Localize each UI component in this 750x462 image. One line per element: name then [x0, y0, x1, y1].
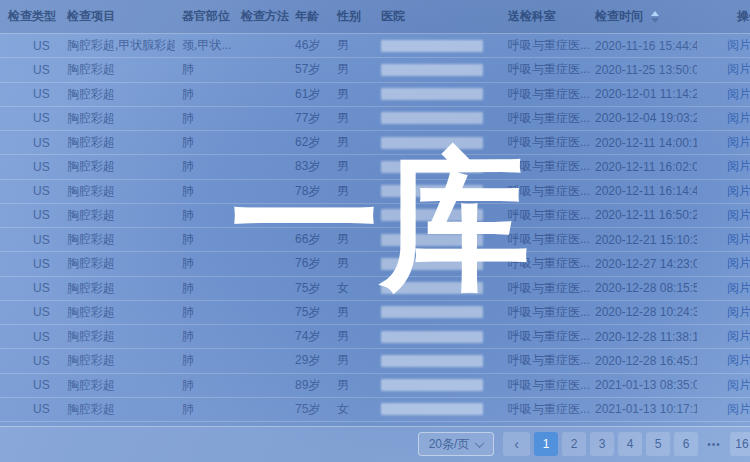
redacted-hospital-block [381, 64, 483, 76]
cell-age: 46岁 [290, 34, 332, 57]
page-number-button[interactable]: 5 [646, 432, 670, 456]
table-row: US 胸腔彩超 肺 74岁 男 呼吸与重症医... 2020-12-28 11:… [0, 325, 750, 349]
cell-gender: 男 [332, 252, 374, 275]
sort-asc-icon[interactable] [651, 11, 659, 16]
view-images-link[interactable]: 阅片 [727, 231, 750, 248]
col-header-exam-time[interactable]: 检查时间 [590, 8, 697, 25]
pager-pages: 1 2 3 4 5 6 ••• 16 [534, 432, 750, 456]
view-images-link[interactable]: 阅片 [727, 280, 750, 297]
redacted-hospital-block [381, 137, 483, 149]
redacted-hospital-block [381, 258, 483, 270]
cell-exam-time: 2020-12-11 16:14:49 [590, 180, 697, 203]
sort-desc-icon[interactable] [651, 18, 659, 23]
cell-hospital [374, 349, 502, 372]
cell-exam-time: 2020-12-27 14:23:04 [590, 252, 697, 275]
cell-hospital [374, 34, 502, 57]
cell-exam-item: 胸腔彩超 [57, 204, 175, 227]
cell-exam-time: 2020-12-04 19:03:24 [590, 107, 697, 130]
view-images-link[interactable]: 阅片 [727, 134, 750, 151]
cell-organ: 肺 [175, 277, 232, 300]
cell-gender: 男 [332, 301, 374, 324]
cell-exam-type: US [0, 374, 57, 397]
cell-exam-type: US [0, 204, 57, 227]
view-images-link[interactable]: 阅片 [727, 86, 750, 103]
table-row: US 胸腔彩超 肺 89岁 男 呼吸与重症医... 2021-01-13 08:… [0, 374, 750, 398]
page-number-button[interactable]: 1 [534, 432, 558, 456]
view-images-link[interactable]: 阅片 [727, 255, 750, 272]
cell-organ: 肺 [175, 349, 232, 372]
view-images-link[interactable]: 阅片 [727, 304, 750, 321]
col-header-gender: 性别 [332, 8, 374, 25]
redacted-hospital-block [381, 40, 483, 52]
cell-exam-time: 2020-12-11 16:02:05 [590, 155, 697, 178]
cell-organ: 肺 [175, 83, 232, 106]
cell-exam-item: 胸腔彩超 [57, 374, 175, 397]
cell-gender: 男 [332, 58, 374, 81]
page-number-button[interactable]: 4 [618, 432, 642, 456]
table-row: US 胸腔彩超 肺 76岁 女 呼吸与重症医... 2020-12-11 16:… [0, 204, 750, 228]
sort-carets[interactable] [651, 11, 659, 23]
cell-age: 62岁 [290, 131, 332, 154]
cell-age: 78岁 [290, 180, 332, 203]
page-number-button[interactable]: 16 [730, 432, 750, 456]
page-number-button[interactable]: 2 [562, 432, 586, 456]
view-images-link[interactable]: 阅片 [727, 110, 750, 127]
cell-method [232, 83, 290, 106]
page-number-button[interactable]: 3 [590, 432, 614, 456]
cell-age: 76岁 [290, 204, 332, 227]
view-images-link[interactable]: 阅片 [727, 352, 750, 369]
cell-age: 76岁 [290, 252, 332, 275]
cell-actions: 阅片 [697, 252, 750, 275]
cell-organ: 肺 [175, 301, 232, 324]
page-size-select[interactable]: 20条/页 [418, 432, 494, 456]
cell-hospital [374, 228, 502, 251]
chevron-down-icon [475, 438, 485, 448]
cell-hospital [374, 325, 502, 348]
cell-department: 呼吸与重症医... [502, 107, 590, 130]
view-images-link[interactable]: 阅片 [727, 377, 750, 394]
view-images-link[interactable]: 阅片 [727, 61, 750, 78]
cell-exam-time: 2020-11-16 15:44:49 [590, 34, 697, 57]
cell-gender: 男 [332, 325, 374, 348]
cell-method [232, 374, 290, 397]
cell-exam-item: 胸腔彩超 [57, 83, 175, 106]
view-images-link[interactable]: 阅片 [727, 401, 750, 418]
cell-department: 呼吸与重症医... [502, 228, 590, 251]
view-images-link[interactable]: 阅片 [727, 328, 750, 345]
cell-exam-type: US [0, 180, 57, 203]
table-row: US 胸腔彩超 肺 29岁 男 呼吸与重症医... 2020-12-28 16:… [0, 349, 750, 373]
cell-actions: 阅片 [697, 180, 750, 203]
view-images-link[interactable]: 阅片 [727, 183, 750, 200]
cell-exam-type: US [0, 398, 57, 421]
cell-actions: 阅片 [697, 83, 750, 106]
cell-organ: 肺 [175, 107, 232, 130]
cell-organ: 肺 [175, 398, 232, 421]
cell-age: 29岁 [290, 349, 332, 372]
prev-page-button[interactable]: ‹ [503, 432, 530, 456]
redacted-hospital-block [381, 282, 483, 294]
cell-exam-item: 胸腔彩超 [57, 228, 175, 251]
cell-exam-item: 胸腔彩超 [57, 301, 175, 324]
table-row: US 胸腔彩超 肺 77岁 男 呼吸与重症医... 2020-12-04 19:… [0, 107, 750, 131]
cell-organ: 肺 [175, 325, 232, 348]
cell-gender: 女 [332, 277, 374, 300]
cell-organ: 肺 [175, 58, 232, 81]
cell-exam-type: US [0, 34, 57, 57]
cell-age: 74岁 [290, 325, 332, 348]
cell-organ: 肺 [175, 228, 232, 251]
redacted-hospital-block [381, 209, 483, 221]
page-number-button[interactable]: 6 [674, 432, 698, 456]
cell-exam-type: US [0, 228, 57, 251]
view-images-link[interactable]: 阅片 [727, 37, 750, 54]
cell-exam-item: 胸腔彩超 [57, 131, 175, 154]
cell-exam-time: 2020-12-21 15:10:33 [590, 228, 697, 251]
cell-exam-time: 2021-01-13 08:35:05 [590, 374, 697, 397]
cell-hospital [374, 107, 502, 130]
view-images-link[interactable]: 阅片 [727, 207, 750, 224]
cell-exam-type: US [0, 349, 57, 372]
cell-exam-type: US [0, 58, 57, 81]
cell-gender: 女 [332, 204, 374, 227]
more-pages-button[interactable]: ••• [702, 432, 726, 456]
cell-method [232, 228, 290, 251]
view-images-link[interactable]: 阅片 [727, 158, 750, 175]
